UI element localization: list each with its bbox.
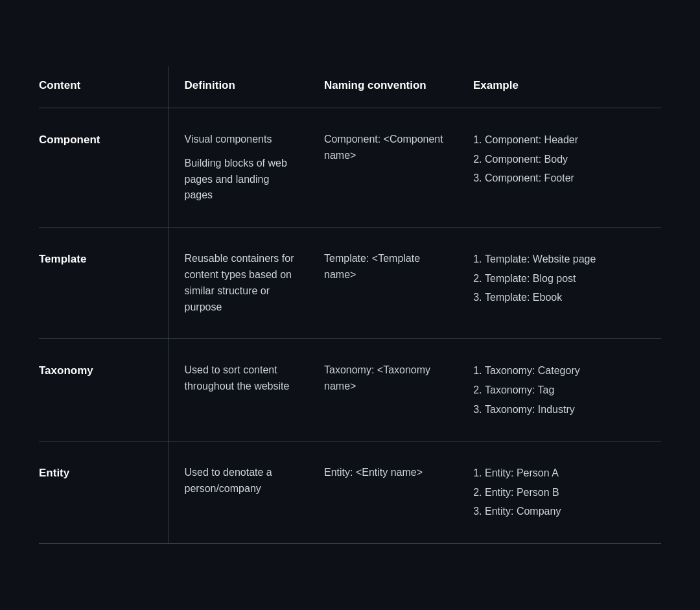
table-container: Content Definition Naming convention Exa… xyxy=(26,27,674,583)
table-row: TemplateReusable containers for content … xyxy=(39,228,661,339)
example-item: Template: Blog post xyxy=(485,270,648,287)
header-definition: Definition xyxy=(169,66,311,108)
example-item: Entity: Person B xyxy=(485,484,648,501)
example-item: Entity: Company xyxy=(485,503,648,520)
table-row: ComponentVisual componentsBuilding block… xyxy=(39,108,661,228)
cell-examples: Entity: Person AEntity: Person BEntity: … xyxy=(460,441,661,544)
definition-text: Reusable containers for content types ba… xyxy=(185,251,299,315)
header-naming-convention: Naming convention xyxy=(311,66,460,108)
cell-examples: Component: HeaderComponent: BodyComponen… xyxy=(460,108,661,228)
examples-list: Template: Website pageTemplate: Blog pos… xyxy=(473,251,648,306)
cell-content: Taxonomy xyxy=(39,339,169,441)
example-item: Taxonomy: Tag xyxy=(485,382,648,399)
examples-list: Component: HeaderComponent: BodyComponen… xyxy=(473,132,648,187)
example-item: Taxonomy: Category xyxy=(485,362,648,379)
cell-definition: Used to denotate a person/company xyxy=(169,441,311,544)
cell-examples: Taxonomy: CategoryTaxonomy: TagTaxonomy:… xyxy=(460,339,661,441)
example-item: Template: Ebook xyxy=(485,289,648,306)
cell-definition: Reusable containers for content types ba… xyxy=(169,228,311,339)
cell-content: Template xyxy=(39,228,169,339)
cell-content: Component xyxy=(39,108,169,228)
examples-list: Entity: Person AEntity: Person BEntity: … xyxy=(473,465,648,520)
table-header-row: Content Definition Naming convention Exa… xyxy=(39,66,661,108)
example-item: Component: Body xyxy=(485,151,648,168)
cell-naming-convention: Taxonomy: <Taxonomy name> xyxy=(311,339,460,441)
cell-naming-convention: Component: <Component name> xyxy=(311,108,460,228)
definition-text: Visual components xyxy=(185,132,299,148)
cell-content: Entity xyxy=(39,441,169,544)
cell-naming-convention: Template: <Template name> xyxy=(311,228,460,339)
cell-naming-convention: Entity: <Entity name> xyxy=(311,441,460,544)
header-example: Example xyxy=(460,66,661,108)
example-item: Component: Header xyxy=(485,132,648,148)
definition-text: Building blocks of web pages and landing… xyxy=(185,156,299,204)
content-table: Content Definition Naming convention Exa… xyxy=(39,66,661,544)
header-content: Content xyxy=(39,66,169,108)
example-item: Entity: Person A xyxy=(485,465,648,482)
cell-definition: Used to sort content throughout the webs… xyxy=(169,339,311,441)
definition-text: Used to denotate a person/company xyxy=(185,465,299,497)
example-item: Taxonomy: Industry xyxy=(485,401,648,418)
example-item: Component: Footer xyxy=(485,170,648,187)
table-row: TaxonomyUsed to sort content throughout … xyxy=(39,339,661,441)
cell-definition: Visual componentsBuilding blocks of web … xyxy=(169,108,311,228)
definition-text: Used to sort content throughout the webs… xyxy=(185,362,299,395)
example-item: Template: Website page xyxy=(485,251,648,268)
table-row: EntityUsed to denotate a person/companyE… xyxy=(39,441,661,544)
cell-examples: Template: Website pageTemplate: Blog pos… xyxy=(460,228,661,339)
examples-list: Taxonomy: CategoryTaxonomy: TagTaxonomy:… xyxy=(473,362,648,417)
